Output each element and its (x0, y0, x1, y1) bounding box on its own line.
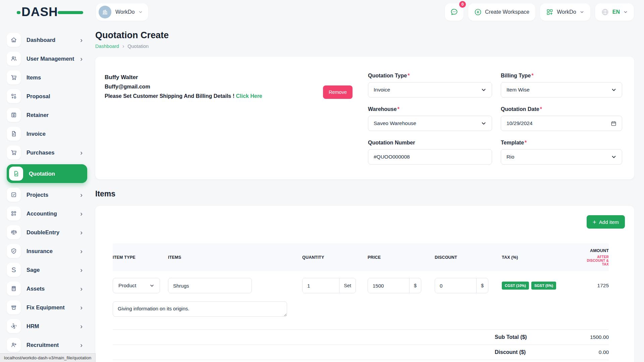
items-card: + Add item ITEM TYPE ITEMS QUANTITY PRIC… (95, 206, 634, 362)
quotation-form: Quotation Type* Invoice Billing Type* It… (368, 73, 622, 165)
plus-icon: + (593, 219, 596, 225)
chevron-right-icon: › (80, 285, 83, 292)
page-title: Quotation Create (95, 30, 634, 41)
sidebar-item-accounting[interactable]: Accounting › (7, 206, 87, 221)
sidebar-item-fix-equipment[interactable]: Fix Equipment › (7, 300, 87, 314)
customer-email: Buffy@gmail.com (105, 84, 323, 90)
recruitment-icon (7, 338, 21, 352)
proposal-icon (7, 89, 21, 103)
chevron-down-icon (150, 283, 154, 288)
language-label: EN (612, 9, 620, 15)
workspace-menu-label: WorkDo (557, 9, 576, 15)
item-row: Product Set $ (113, 278, 609, 293)
tax-total-row: Tax ($) 225.00 (113, 360, 609, 362)
row-amount: 1725 (584, 283, 609, 289)
shield-icon (7, 244, 21, 258)
create-workspace-button[interactable]: Create Workspace (468, 3, 535, 21)
col-tax: TAX (%) (502, 255, 584, 260)
sidebar-item-projects[interactable]: Projects › (7, 188, 87, 202)
sidebar-item-proposal[interactable]: Proposal (7, 89, 87, 103)
main-content: Quotation Create Dashboard › Quotation B… (95, 24, 644, 362)
billing-type-select[interactable]: Item Wise (501, 82, 622, 98)
browser-status-url: localhost/workdo-dash-v3/main_file/quota… (0, 353, 96, 362)
chevron-right-icon: › (80, 266, 83, 273)
quotation-type-select[interactable]: Invoice (368, 82, 492, 98)
discount-group: $ (435, 278, 488, 293)
sidebar-item-recruitment[interactable]: Recruitment › (7, 338, 87, 352)
quotation-date-field: Quotation Date* 10/29/2024 (501, 106, 622, 131)
quotation-number-field: Quotation Number (368, 140, 492, 165)
col-quantity: QUANTITY (302, 255, 368, 260)
remove-customer-button[interactable]: Remove (323, 85, 353, 99)
required-asterisk: * (540, 106, 542, 112)
cart-icon (7, 70, 21, 84)
chevron-right-icon: › (80, 229, 83, 236)
sidebar-item-quotation[interactable]: Quotation (7, 164, 87, 183)
template-field: Template* Rio (501, 140, 622, 165)
amount-note: AFTER DISCOUNT & TAX (584, 255, 609, 266)
quantity-group: Set (302, 278, 356, 293)
sidebar-item-items[interactable]: Items (7, 70, 87, 84)
breadcrumb-dashboard-link[interactable]: Dashboard (95, 44, 119, 49)
sidebar-item-assets[interactable]: Assets › (7, 282, 87, 296)
accounting-icon (7, 206, 21, 221)
chevron-right-icon: › (80, 37, 83, 43)
items-table: ITEM TYPE ITEMS QUANTITY PRICE DISCOUNT … (105, 243, 625, 362)
sidebar-item-purchases[interactable]: Purchases › (7, 145, 87, 160)
messages-button[interactable]: 0 (445, 3, 464, 21)
item-type-select[interactable]: Product (113, 278, 160, 293)
quotation-number-input-wrap (368, 149, 492, 165)
warehouse-select[interactable]: Saveo Warehouse (368, 116, 492, 131)
chevron-right-icon: › (80, 323, 83, 329)
sidebar-item-sage[interactable]: S Sage › (7, 263, 87, 277)
quotation-number-input[interactable] (374, 154, 486, 160)
sidebar-item-retainer[interactable]: Retainer (7, 108, 87, 122)
price-input[interactable] (368, 278, 409, 293)
add-item-button[interactable]: + Add item (587, 215, 625, 229)
breadcrumb-current: Quotation (127, 44, 149, 49)
sidebar-item-hrm[interactable]: HRM › (7, 319, 87, 333)
chevron-right-icon: › (80, 342, 83, 348)
quotation-date-input[interactable]: 10/29/2024 (501, 116, 622, 131)
subtotal-row: Sub Total ($) 1500.00 (113, 329, 609, 345)
sage-icon: S (7, 263, 21, 277)
chevron-down-icon (611, 154, 616, 160)
chevron-right-icon: › (80, 191, 83, 198)
discount-input[interactable] (435, 278, 476, 293)
sidebar-item-doubleentry[interactable]: DoubleEntry › (7, 225, 87, 239)
quotation-icon (9, 167, 23, 181)
top-header: DASH WorkDo 0 (0, 0, 644, 24)
template-select[interactable]: Rio (501, 149, 622, 165)
items-table-header: ITEM TYPE ITEMS QUANTITY PRICE DISCOUNT … (113, 243, 609, 271)
workspace-menu[interactable]: WorkDo (540, 3, 590, 21)
click-here-link[interactable]: Click Here (236, 93, 262, 99)
required-asterisk: * (525, 140, 527, 145)
discount-total-value: 0.00 (599, 349, 609, 355)
users-icon (7, 52, 21, 66)
purchases-icon (7, 145, 21, 160)
logo-accent-dot (17, 11, 20, 14)
quantity-input[interactable] (303, 278, 339, 293)
item-description-row: Giving information on its origins. (113, 301, 609, 318)
item-name-input[interactable] (168, 278, 252, 293)
discount-currency: $ (476, 278, 488, 293)
chevron-down-icon (481, 87, 486, 93)
item-description-input[interactable]: Giving information on its origins. (113, 301, 287, 317)
logo-text: DASH (21, 5, 58, 19)
col-item-type: ITEM TYPE (113, 255, 168, 260)
workspace-switcher[interactable]: WorkDo (96, 3, 148, 21)
sidebar-item-insurance[interactable]: Insurance › (7, 244, 87, 258)
tax-badge-cgst: CGST (10%) (502, 282, 529, 290)
sidebar-item-invoice[interactable]: Invoice (7, 127, 87, 141)
sidebar-item-user-management[interactable]: User Management › (7, 52, 87, 66)
header-actions: 0 Create Workspace WorkDo (445, 3, 634, 21)
chevron-right-icon: › (80, 248, 83, 254)
chevron-down-icon (623, 10, 628, 14)
required-asterisk: * (397, 106, 399, 112)
quantity-unit: Set (339, 278, 356, 293)
billing-type-field: Billing Type* Item Wise (501, 73, 622, 98)
scales-icon (7, 225, 21, 239)
language-menu[interactable]: EN (595, 3, 634, 21)
sidebar-item-dashboard[interactable]: Dashboard › (7, 33, 87, 47)
totals-block: Sub Total ($) 1500.00 Discount ($) 0.00 … (113, 329, 609, 362)
